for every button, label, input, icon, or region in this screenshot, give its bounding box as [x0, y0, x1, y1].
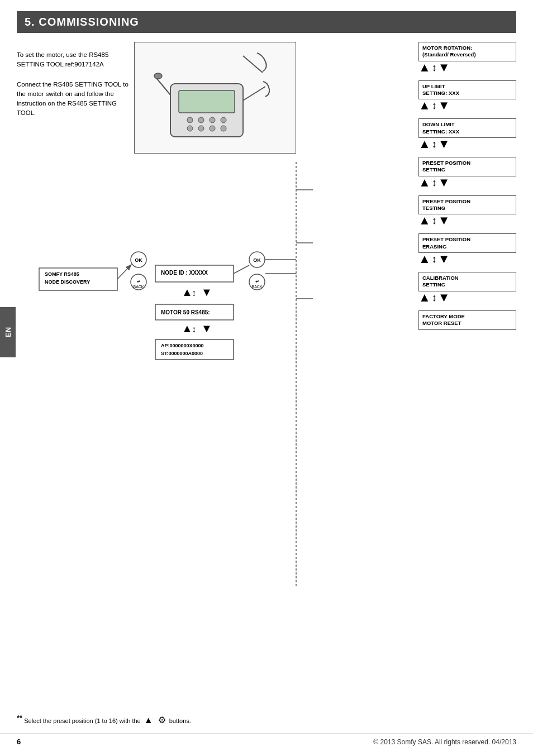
svg-point-6 [221, 117, 226, 123]
footnote: ** Select the preset position (1 to 16) … [17, 714, 191, 725]
svg-text:OK: OK [135, 257, 142, 263]
preset-position-setting-box: PRESET POSITION SETTING [418, 157, 516, 176]
up-limit-nav: ▲ ↕ ▼ [418, 99, 516, 112]
svg-text:NODE ID : XXXXX: NODE ID : XXXXX [161, 270, 208, 276]
up-limit-label: UP LIMIT SETTING: XXX [422, 83, 459, 96]
menu-item-factory-mode: FACTORY MODE MOTOR RESET [418, 310, 516, 330]
svg-text:▲: ▲ [182, 322, 193, 334]
svg-text:▲: ▲ [182, 286, 193, 298]
footer-copyright: © 2013 Somfy SAS. All rights reserved. 0… [373, 738, 516, 746]
svg-point-13 [154, 73, 162, 79]
down-limit-nav: ▲ ↕ ▼ [418, 138, 516, 150]
svg-point-3 [187, 117, 193, 123]
preset-position-setting-label: PRESET POSITION SETTING [422, 160, 470, 173]
factory-mode-label: FACTORY MODE MOTOR RESET [422, 313, 465, 326]
svg-rect-2 [179, 90, 235, 113]
svg-line-41 [234, 265, 249, 274]
svg-line-11 [243, 87, 265, 101]
menu-item-down-limit: DOWN LIMIT SETTING: XXX ▲ ↕ ▼ [418, 118, 516, 150]
calibration-setting-nav: ▲ ↕ ▼ [418, 291, 516, 304]
svg-point-4 [198, 117, 204, 123]
svg-point-9 [210, 126, 215, 131]
intro-text: To set the motor, use the RS485 SETTING … [17, 50, 134, 118]
svg-text:▼: ▼ [201, 286, 212, 298]
preset-position-testing-label: PRESET POSITION TESTING [422, 198, 470, 211]
intro-text-1: To set the motor, use the RS485 SETTING … [17, 50, 134, 70]
motor-rotation-label: MOTOR ROTATION: (Standard/ Reversed) [422, 45, 476, 58]
menu-item-motor-rotation: MOTOR ROTATION: (Standard/ Reversed) ▲ ↕… [418, 42, 516, 74]
svg-text:↵: ↵ [137, 279, 141, 284]
svg-point-10 [221, 126, 226, 131]
svg-point-8 [198, 126, 204, 131]
footnote-star: ** [17, 714, 22, 722]
footer-page-number: 6 [17, 738, 21, 746]
preset-position-testing-box: PRESET POSITION TESTING [418, 195, 516, 215]
motor-rotation-nav: ▲ ↕ ▼ [418, 61, 516, 74]
svg-text:▼: ▼ [201, 322, 212, 334]
menu-item-preset-position-testing: PRESET POSITION TESTING ▲ ↕ ▼ [418, 195, 516, 227]
tool-illustration [154, 50, 277, 145]
svg-text:BACK: BACK [251, 285, 262, 289]
svg-text:ST:0000000A0000: ST:0000000A0000 [161, 351, 203, 356]
svg-line-12 [156, 78, 170, 95]
svg-text:↕: ↕ [192, 288, 196, 298]
menu-item-up-limit: UP LIMIT SETTING: XXX ▲ ↕ ▼ [418, 80, 516, 112]
factory-mode-box: FACTORY MODE MOTOR RESET [418, 310, 516, 330]
en-sidebar: EN [0, 307, 16, 357]
preset-position-setting-nav: ▲ ↕ ▼ [418, 176, 516, 189]
page-container: 5. COMMISSIONING To set the motor, use t… [0, 0, 533, 756]
up-limit-box: UP LIMIT SETTING: XXX [418, 80, 516, 100]
svg-text:MOTOR 50 RS485:: MOTOR 50 RS485: [161, 309, 210, 315]
svg-point-5 [210, 117, 215, 123]
preset-position-erasing-label: PRESET POSITION ERASING [422, 236, 470, 249]
svg-text:AP:0000000X0000: AP:0000000X0000 [161, 343, 204, 348]
preset-position-testing-nav: ▲ ↕ ▼ [418, 214, 516, 227]
preset-position-erasing-nav: ▲ ↕ ▼ [418, 253, 516, 265]
motor-rotation-box: MOTOR ROTATION: (Standard/ Reversed) [418, 42, 516, 61]
menu-item-preset-position-setting: PRESET POSITION SETTING ▲ ↕ ▼ [418, 157, 516, 189]
right-menu: MOTOR ROTATION: (Standard/ Reversed) ▲ ↕… [418, 42, 516, 337]
svg-text:NODE DISCOVERY: NODE DISCOVERY [45, 279, 90, 285]
page-title: 5. COMMISSIONING [25, 16, 139, 28]
svg-line-22 [117, 265, 131, 279]
svg-point-7 [187, 126, 193, 131]
svg-text:BACK: BACK [133, 285, 144, 289]
menu-item-calibration-setting: CALIBRATION SETTING ▲ ↕ ▼ [418, 272, 516, 304]
svg-text:SOMFY RS485: SOMFY RS485 [45, 271, 79, 277]
calibration-setting-box: CALIBRATION SETTING [418, 272, 516, 291]
footnote-text: Select the preset position (1 to 16) wit… [24, 717, 141, 724]
device-image [134, 42, 296, 154]
flow-diagram-svg: SOMFY RS485 NODE DISCOVERY OK ↵ BACK NOD… [17, 162, 419, 586]
section-header: 5. COMMISSIONING [17, 11, 516, 33]
down-limit-box: DOWN LIMIT SETTING: XXX [418, 118, 516, 138]
svg-text:↵: ↵ [255, 279, 259, 284]
en-label: EN [4, 327, 12, 337]
footer: 6 © 2013 Somfy SAS. All rights reserved.… [0, 734, 533, 746]
down-limit-label: DOWN LIMIT SETTING: XXX [422, 121, 459, 134]
svg-line-0 [243, 56, 263, 73]
svg-text:OK: OK [253, 257, 261, 263]
footnote-end: buttons. [169, 717, 191, 724]
preset-position-erasing-box: PRESET POSITION ERASING [418, 233, 516, 253]
svg-text:↕: ↕ [192, 324, 196, 334]
menu-item-preset-position-erasing: PRESET POSITION ERASING ▲ ↕ ▼ [418, 233, 516, 265]
intro-text-2: Connect the RS485 SETTING TOOL to the mo… [17, 80, 134, 118]
calibration-setting-label: CALIBRATION SETTING [422, 275, 459, 288]
